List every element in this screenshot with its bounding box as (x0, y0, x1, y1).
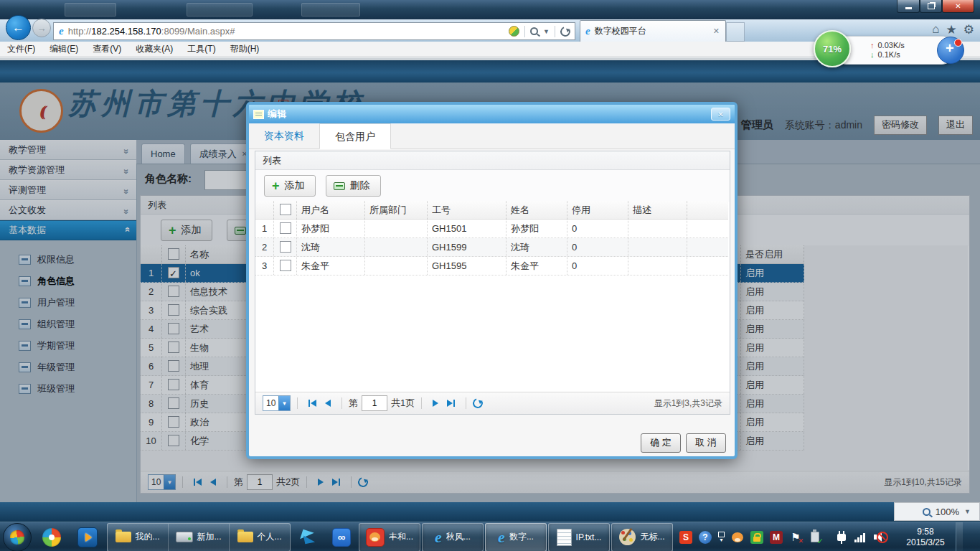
dialog-title: 编辑 (268, 108, 286, 121)
security-lock-icon[interactable] (750, 531, 763, 544)
divider (421, 397, 422, 409)
taskbar-personal-folder-button[interactable]: 个人... (230, 524, 290, 551)
tab-close-icon[interactable]: ✕ (713, 27, 720, 36)
forward-button[interactable]: → (32, 19, 51, 37)
username-column-header[interactable]: 用户名 (297, 201, 365, 219)
jobid-column-header[interactable]: 工号 (428, 201, 507, 219)
page-total-label: 共1页 (391, 397, 415, 410)
network-signal-icon[interactable] (854, 532, 865, 542)
chevron-down-icon: ▼ (278, 396, 290, 410)
description-column-header[interactable]: 描述 (628, 201, 687, 219)
next-page-button[interactable] (428, 397, 443, 409)
tab-included-users[interactable]: 包含用户 (319, 123, 391, 149)
last-page-button[interactable] (443, 397, 459, 409)
taskbar-notepad-button[interactable]: IP.txt... (548, 523, 610, 551)
sogou-input-icon[interactable]: S (679, 531, 692, 544)
taskbar-new-volume-button[interactable]: 新加... (169, 524, 230, 551)
taskbar-netdisk-button[interactable]: ∞ (326, 524, 357, 551)
dialog-toolbar: 添加 删除 (255, 170, 730, 202)
menu-tools[interactable]: 工具(T) (180, 42, 222, 56)
net-speed-monitor[interactable]: ↑0.03K/s ↓0.1K/s 71% (809, 27, 980, 70)
new-tab-button[interactable] (726, 22, 745, 42)
restore-button[interactable] (920, 0, 942, 13)
minimize-button[interactable] (897, 0, 920, 13)
paint-palette-icon (619, 529, 636, 545)
taskbar-qiufeng-ie-button[interactable]: e秋风... (422, 523, 484, 551)
search-dropdown-caret[interactable]: ▼ (543, 28, 550, 35)
menu-edit[interactable]: 编辑(E) (42, 42, 85, 56)
memory-usage-ball[interactable]: 71% (814, 30, 851, 67)
disabled-column-header[interactable]: 停用 (567, 201, 628, 219)
show-desktop-button[interactable] (956, 522, 963, 551)
show-hidden-icons-button[interactable]: ▼ (718, 532, 725, 542)
taskbar-fenghe-button[interactable]: 丰和... (359, 523, 420, 551)
ie-icon: e (435, 529, 442, 545)
taskbar-paint-button[interactable]: 无标... (611, 523, 673, 551)
previous-page-button[interactable] (321, 397, 335, 409)
url-host: 182.254.158.170 (91, 26, 161, 37)
add-button[interactable]: 添加 (264, 175, 316, 197)
row-checkbox[interactable] (274, 257, 297, 275)
dialog-close-button[interactable]: ✕ (711, 108, 730, 121)
volume-muted-icon[interactable] (874, 532, 888, 543)
menu-file[interactable]: 文件(F) (0, 42, 42, 56)
delete-button[interactable]: 删除 (326, 175, 381, 197)
site-safety-icon[interactable] (509, 26, 519, 37)
m-app-tray-icon[interactable]: M (770, 531, 783, 544)
department-column-header[interactable]: 所属部门 (365, 201, 428, 219)
taskbar-clock[interactable]: 9:58 2015/3/25 (900, 527, 951, 548)
taskbar-messenger-button[interactable] (293, 524, 324, 551)
select-all-checkbox[interactable] (274, 201, 297, 219)
usb-device-icon[interactable]: ✓ (809, 531, 821, 544)
taskbar-digital-campus-button[interactable]: e数字... (485, 523, 547, 551)
accelerator-icon[interactable] (937, 37, 964, 64)
refresh-icon[interactable] (559, 24, 573, 38)
start-button[interactable] (3, 523, 32, 551)
table-row[interactable]: 3 朱金平 GH1595 朱金平 0 (255, 257, 728, 276)
zoom-magnifier-icon (923, 508, 930, 516)
user-grid: 用户名 所属部门 工号 姓名 停用 描述 1 孙梦阳 GH1501 孙梦阳 0 (255, 201, 728, 391)
back-button[interactable]: ← (6, 15, 31, 40)
menu-help[interactable]: 帮助(H) (223, 42, 267, 56)
taskbar-media-player-button[interactable] (70, 524, 105, 551)
tab-basic-info[interactable]: 资本资料 (249, 123, 319, 148)
help-tray-icon[interactable]: ? (699, 531, 712, 544)
row-checkbox[interactable] (274, 238, 297, 256)
taskbar-documents-button[interactable]: 我的... (108, 524, 169, 551)
name-column-header[interactable]: 姓名 (507, 201, 567, 219)
grid-header: 用户名 所属部门 工号 姓名 停用 描述 (255, 201, 728, 220)
taskbar-browser-swirl-button[interactable] (34, 524, 69, 551)
action-center-flag-icon[interactable]: ⚑ (789, 531, 802, 544)
browser-tab[interactable]: e 数字校园平台 ✕ (580, 20, 726, 42)
menu-favorites[interactable]: 收藏夹(A) (128, 42, 180, 56)
titlebar-thumbnail (187, 3, 253, 17)
row-checkbox[interactable] (274, 220, 297, 237)
taskbar-explorer-group: 我的... 新加... 个人... (107, 523, 291, 551)
checkbox-icon (280, 241, 291, 253)
search-icon[interactable] (530, 27, 538, 35)
ie-favicon: e (585, 25, 590, 37)
zoom-dropdown-caret[interactable]: ▼ (964, 508, 971, 515)
table-row[interactable]: 2 沈琦 GH1599 沈琦 0 (255, 238, 728, 257)
windows-logo-icon (9, 529, 26, 545)
divider (466, 397, 466, 409)
browser-zoom-widget[interactable]: 100% ▼ (894, 502, 980, 521)
menu-view[interactable]: 查看(V) (85, 42, 128, 56)
reload-grid-icon[interactable] (471, 397, 485, 410)
table-row[interactable]: 1 孙梦阳 GH1501 孙梦阳 0 (255, 220, 728, 238)
first-page-button[interactable] (304, 397, 321, 409)
dialog-titlebar[interactable]: 编辑 ✕ (249, 105, 735, 123)
address-bar[interactable]: e http://182.254.158.170:8099/Main.aspx#… (53, 22, 575, 40)
divider (524, 26, 525, 37)
power-plug-icon[interactable] (837, 534, 846, 541)
ok-button[interactable]: 确 定 (641, 433, 681, 453)
divider (555, 26, 555, 37)
ox-tray-icon[interactable] (731, 531, 744, 544)
cancel-button[interactable]: 取 消 (686, 433, 726, 453)
system-tray: S ? ▼ M ⚑ ✓ (679, 531, 821, 544)
page-size-select[interactable]: 10 ▼ (263, 395, 291, 411)
screen: ✕ ← → e http://182.254.158.170:8099/Main… (0, 0, 980, 551)
close-button[interactable]: ✕ (942, 0, 974, 13)
ox-app-icon (366, 528, 385, 547)
page-number-input[interactable] (362, 395, 387, 411)
